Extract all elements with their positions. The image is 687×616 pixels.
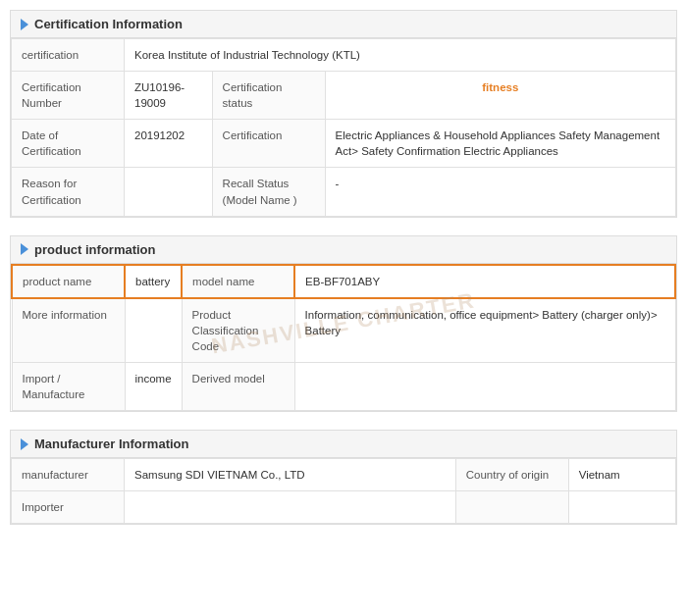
certification-section: Certification Information certification … bbox=[10, 10, 677, 218]
product-section: product information NASHVILLE CHARTER pr… bbox=[10, 235, 677, 413]
product-label-model: model name bbox=[182, 265, 294, 298]
mfr-value-empty bbox=[568, 491, 675, 524]
mfr-label-empty bbox=[455, 491, 568, 524]
cert-value-date: 20191202 bbox=[125, 120, 213, 168]
cert-label-status: Certification status bbox=[212, 72, 325, 120]
certification-section-header: Certification Information bbox=[11, 11, 676, 38]
cert-value-cert: Electric Appliances & Household Applianc… bbox=[325, 120, 675, 168]
mfr-label-country: Country of origin bbox=[455, 459, 568, 491]
product-value-model: EB-BF701ABY bbox=[294, 265, 675, 298]
mfr-label-manufacturer: manufacturer bbox=[12, 459, 125, 491]
product-value-more bbox=[125, 298, 182, 363]
cert-value-recall: - bbox=[325, 168, 675, 216]
triangle-icon-product bbox=[21, 243, 28, 255]
table-row: Importer bbox=[12, 491, 676, 524]
mfr-value-importer bbox=[125, 491, 456, 524]
mfr-label-importer: Importer bbox=[12, 491, 125, 524]
cert-value-reason bbox=[125, 168, 213, 216]
triangle-icon bbox=[21, 19, 28, 30]
cert-value-1: Korea Institute of Industrial Technology… bbox=[125, 39, 676, 72]
cert-value-status: fitness bbox=[325, 72, 675, 120]
product-label-import: Import /Manufacture bbox=[12, 363, 125, 411]
cert-value-number: ZU10196-19009 bbox=[125, 72, 213, 120]
table-row: certification Korea Institute of Industr… bbox=[12, 39, 676, 72]
certification-table: certification Korea Institute of Industr… bbox=[11, 38, 676, 217]
product-section-title: product information bbox=[34, 242, 156, 257]
manufacturer-table: manufacturer Samsung SDI VIETNAM Co., LT… bbox=[11, 458, 676, 524]
product-label-derived: Derived model bbox=[182, 363, 294, 411]
cert-label-cert: Certification bbox=[212, 120, 325, 168]
table-row: CertificationNumber ZU10196-19009 Certif… bbox=[12, 72, 676, 120]
mfr-value-manufacturer: Samsung SDI VIETNAM Co., LTD bbox=[125, 459, 456, 491]
product-value-import: income bbox=[125, 363, 182, 411]
table-row: Import /Manufacture income Derived model bbox=[12, 363, 675, 411]
table-row: Date ofCertification 20191202 Certificat… bbox=[12, 120, 676, 168]
manufacturer-section-title: Manufacturer Information bbox=[34, 436, 188, 451]
mfr-value-country: Vietnam bbox=[568, 459, 675, 491]
product-label-more: More information bbox=[12, 298, 125, 363]
cert-label-recall: Recall Status(Model Name ) bbox=[212, 168, 325, 216]
product-value-derived bbox=[294, 363, 675, 411]
cert-label-reason: Reason forCertification bbox=[12, 168, 125, 216]
table-row: product name battery model name EB-BF701… bbox=[12, 265, 675, 298]
manufacturer-section: Manufacturer Information manufacturer Sa… bbox=[10, 430, 677, 525]
cert-label-1: certification bbox=[12, 39, 125, 72]
table-row: Reason forCertification Recall Status(Mo… bbox=[12, 168, 676, 216]
product-label-name: product name bbox=[12, 265, 125, 298]
product-label-classification: ProductClassification Code bbox=[182, 298, 294, 363]
cert-label-number: CertificationNumber bbox=[12, 72, 125, 120]
product-value-name: battery bbox=[125, 265, 182, 298]
triangle-icon-manufacturer bbox=[21, 438, 28, 450]
table-row: manufacturer Samsung SDI VIETNAM Co., LT… bbox=[12, 459, 676, 491]
table-row: More information ProductClassification C… bbox=[12, 298, 675, 363]
manufacturer-section-header: Manufacturer Information bbox=[11, 431, 676, 458]
certification-section-title: Certification Information bbox=[34, 17, 183, 31]
product-value-classification: Information, communication, office equip… bbox=[294, 298, 675, 363]
cert-label-date: Date ofCertification bbox=[12, 120, 125, 168]
product-table: product name battery model name EB-BF701… bbox=[11, 264, 676, 412]
product-section-header: product information bbox=[11, 236, 676, 264]
